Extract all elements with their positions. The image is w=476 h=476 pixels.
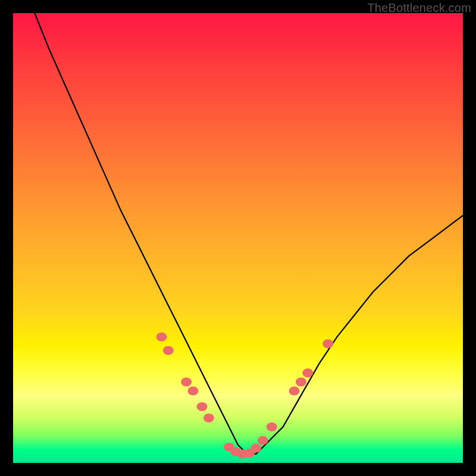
curve-marker <box>163 346 174 355</box>
curve-marker <box>322 339 333 348</box>
curve-marker <box>197 402 208 411</box>
curve-marker <box>302 368 313 377</box>
chart-svg <box>13 13 463 463</box>
curve-marker <box>187 387 198 396</box>
plot-area <box>13 13 463 463</box>
curve-marker <box>203 414 214 422</box>
bottleneck-curve <box>13 0 463 454</box>
curve-marker <box>250 444 261 453</box>
curve-marker <box>289 387 300 396</box>
curve-marker <box>181 377 192 386</box>
curve-marker <box>156 333 167 342</box>
curve-marker <box>296 377 306 386</box>
chart-container: TheBottleneck.com <box>0 0 476 476</box>
curve-marker <box>267 422 277 431</box>
curve-markers <box>156 333 334 459</box>
curve-marker <box>258 436 268 445</box>
